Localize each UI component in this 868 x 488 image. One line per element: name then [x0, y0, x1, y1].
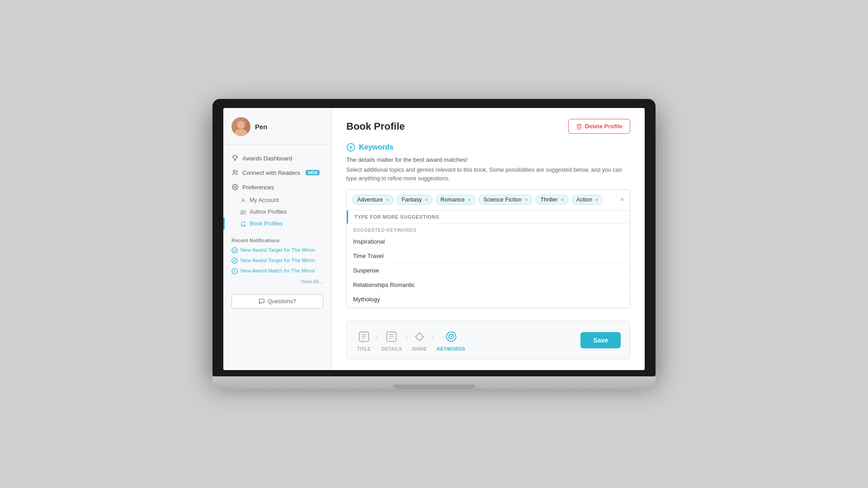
tag-romance[interactable]: Romance ×	[435, 195, 476, 205]
wizard-footer: TITLE ›	[346, 321, 630, 359]
notification-item-2[interactable]: New Award Target for The Mirror	[231, 257, 323, 264]
connect-readers-label: Connect with Readers	[242, 169, 300, 176]
sidebar-item-preferences[interactable]: Preferences	[223, 180, 331, 194]
chat-icon	[259, 298, 265, 305]
wizard-step-details[interactable]: DETAILS	[382, 328, 402, 352]
person-icon	[241, 197, 246, 203]
tag-thriller-remove[interactable]: ×	[561, 197, 564, 202]
tag-fantasy-label: Fantasy	[401, 197, 421, 203]
keyword-relationships-romantic[interactable]: Relationships Romantic	[347, 278, 630, 292]
sidebar-item-connect-readers[interactable]: Connect with Readers NEW	[223, 165, 331, 180]
chevron-2: ›	[406, 333, 408, 347]
person-card-icon	[241, 209, 246, 215]
tag-action[interactable]: Action ×	[571, 195, 603, 205]
svg-point-3	[234, 186, 236, 188]
keywords-box: Adventure × Fantasy × Romance × Scienc	[346, 189, 630, 309]
title-step-icon	[356, 328, 372, 345]
notif-text-1: New Award Target for The Mirror	[241, 247, 316, 253]
questions-label: Questions?	[268, 298, 296, 305]
tags-close-button[interactable]: ×	[620, 196, 624, 204]
tag-action-label: Action	[576, 197, 592, 203]
new-badge: NEW	[306, 170, 320, 175]
wizard-step-keywords[interactable]: KEYWORDS	[437, 328, 466, 352]
keywords-settings-icon	[346, 143, 355, 152]
delete-profile-label: Delete Profile	[585, 123, 623, 130]
username: Pen	[255, 123, 268, 131]
tag-action-remove[interactable]: ×	[595, 197, 598, 202]
tag-fantasy-remove[interactable]: ×	[425, 197, 428, 202]
my-account-label: My Account	[250, 197, 279, 203]
sidebar-item-awards-dashboard[interactable]: Awards Dashboard	[223, 151, 331, 165]
screen-bezel: Pen Awards Dashboard	[212, 99, 656, 376]
tag-science-fiction-label: Science Fiction	[483, 197, 522, 203]
tag-adventure[interactable]: Adventure ×	[352, 195, 394, 205]
sidebar-item-author-profiles[interactable]: Author Profiles	[223, 206, 331, 218]
tag-romance-label: Romance	[440, 197, 465, 203]
tag-thriller[interactable]: Thriller ×	[535, 195, 569, 205]
svg-point-24	[416, 333, 423, 340]
settings-icon	[231, 183, 239, 191]
tag-fantasy[interactable]: Fantasy ×	[396, 195, 433, 205]
trophy-icon	[231, 155, 239, 162]
trash-icon	[576, 123, 582, 130]
book-icon	[241, 221, 246, 227]
svg-point-6	[242, 211, 244, 213]
sidebar: Pen Awards Dashboard	[223, 108, 332, 370]
laptop-container: Pen Awards Dashboard	[212, 99, 656, 389]
wizard-step-title[interactable]: TITLE	[356, 328, 372, 352]
shine-step-label: SHINE	[412, 347, 427, 352]
screen: Pen Awards Dashboard	[223, 108, 645, 370]
svg-point-31	[450, 336, 452, 338]
tag-romance-remove[interactable]: ×	[468, 197, 471, 202]
preferences-label: Preferences	[242, 184, 274, 191]
main-content: Book Profile Delete Profile Keywords	[332, 108, 645, 370]
laptop-base	[212, 376, 656, 389]
svg-point-13	[234, 272, 235, 272]
helper-text-main: The details matter for the best award ma…	[346, 156, 630, 163]
helper-text-sub: Select additional topics and genres rele…	[346, 166, 630, 183]
type-for-suggestions-header: TYPE FOR MORE SUGGESTIONS	[347, 211, 630, 224]
details-step-icon	[383, 328, 400, 345]
notification-item-3[interactable]: New Award Match for The Mirror	[231, 267, 323, 274]
title-step-label: TITLE	[357, 347, 371, 352]
page-title: Book Profile	[346, 121, 405, 132]
questions-button[interactable]: Questions?	[231, 294, 323, 309]
shine-step-icon	[411, 328, 428, 345]
details-step-label: DETAILS	[382, 347, 402, 352]
avatar-image	[231, 117, 250, 136]
sidebar-item-my-account[interactable]: My Account	[223, 194, 331, 206]
chevron-3: ›	[431, 333, 434, 347]
keywords-section-title: Keywords	[359, 143, 393, 151]
dropdown-area: TYPE FOR MORE SUGGESTIONS SUGGESTED KEYW…	[347, 211, 630, 309]
tag-science-fiction[interactable]: Science Fiction ×	[478, 195, 533, 205]
avatar	[231, 117, 250, 136]
author-profiles-label: Author Profiles	[250, 209, 287, 215]
users-icon	[231, 169, 239, 176]
keyword-inspirational[interactable]: Inspirational	[347, 235, 630, 249]
tag-science-fiction-remove[interactable]: ×	[525, 197, 528, 202]
tag-adventure-remove[interactable]: ×	[386, 197, 389, 202]
chevron-1: ›	[376, 333, 378, 347]
book-profiles-label: Book Profiles	[250, 221, 283, 227]
keyword-mythology[interactable]: Mythology	[347, 292, 630, 307]
sidebar-item-book-profiles[interactable]: Book Profiles	[223, 218, 331, 230]
keyword-suspense[interactable]: Suspense	[347, 263, 630, 278]
wizard-steps: TITLE ›	[356, 328, 465, 352]
notifications-section: Recent Notifications New Award Target fo…	[223, 233, 331, 289]
keywords-step-label: KEYWORDS	[437, 347, 466, 352]
awards-dashboard-label: Awards Dashboard	[242, 155, 292, 162]
notif-text-2: New Award Target for The Mirror	[241, 257, 316, 264]
tags-row: Adventure × Fantasy × Romance × Scienc	[347, 190, 630, 211]
keyword-mystery[interactable]: Mystery	[347, 307, 630, 309]
keyword-time-travel[interactable]: Time Travel	[347, 249, 630, 263]
notif-text-3: New Award Match for The Mirror	[241, 267, 315, 274]
notifications-title: Recent Notifications	[231, 238, 323, 243]
user-area: Pen	[223, 117, 331, 145]
delete-profile-button[interactable]: Delete Profile	[568, 119, 630, 134]
keywords-step-icon	[443, 328, 459, 345]
notification-item-1[interactable]: New Award Target for The Mirror	[231, 247, 323, 253]
suggested-keywords-header: SUGGESTED KEYWORDS	[347, 224, 630, 235]
wizard-step-shine[interactable]: SHINE	[411, 328, 428, 352]
view-all-link[interactable]: View All...	[231, 278, 323, 284]
save-button[interactable]: Save	[580, 332, 621, 348]
